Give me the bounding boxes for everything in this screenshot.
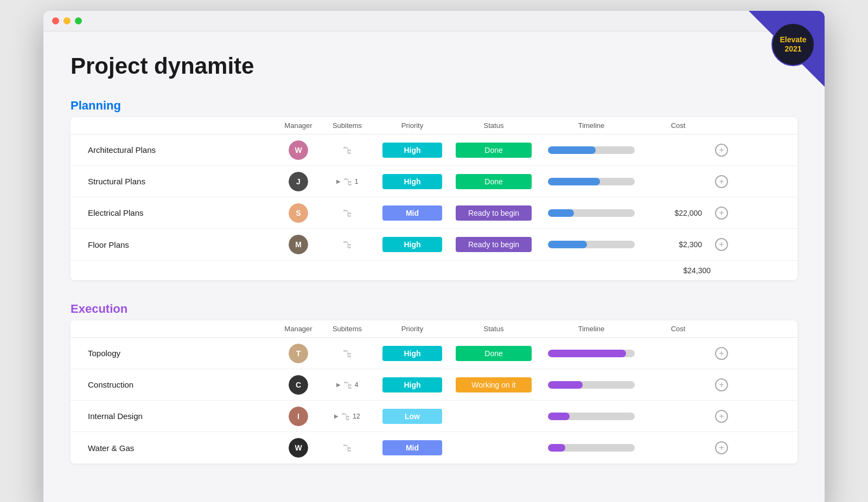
- timeline-fill: [548, 241, 587, 248]
- app-window: Elevate 2021 Project dynamite Planning M…: [43, 11, 825, 502]
- status-badge[interactable]: Ready to begin: [456, 237, 532, 252]
- add-button[interactable]: +: [715, 238, 728, 251]
- timeline-fill: [548, 146, 596, 154]
- timeline-cell: [537, 178, 646, 185]
- col-priority: Priority: [374, 121, 450, 130]
- avatar: T: [289, 344, 308, 363]
- plus-cell: +: [711, 347, 732, 360]
- row-name-text: Construction: [88, 380, 133, 389]
- status-cell: Done: [450, 143, 537, 158]
- svg-text:S: S: [296, 209, 301, 217]
- maximize-button[interactable]: [75, 17, 82, 24]
- timeline-fill: [548, 350, 626, 357]
- svg-rect-17: [343, 241, 347, 243]
- subitems-cell: ▶ 12: [320, 411, 374, 421]
- table-row: Floor Plans M High Ready to begin $2,300: [71, 229, 797, 260]
- col-priority: Priority: [374, 325, 450, 333]
- add-button[interactable]: +: [715, 410, 728, 423]
- priority-badge[interactable]: High: [382, 377, 442, 392]
- row-name: Architectural Plans: [71, 145, 277, 155]
- add-button[interactable]: +: [715, 175, 728, 188]
- status-badge[interactable]: Ready to begin: [456, 205, 532, 221]
- avatar: W: [289, 140, 308, 160]
- status-badge[interactable]: Done: [456, 174, 532, 189]
- svg-rect-14: [348, 215, 351, 217]
- svg-rect-4: [348, 152, 351, 154]
- svg-rect-24: [348, 356, 351, 357]
- table-row: Electrical Plans S Mid Ready to begin $2…: [71, 197, 797, 229]
- add-button[interactable]: +: [715, 441, 728, 454]
- svg-rect-37: [343, 445, 347, 446]
- svg-rect-33: [346, 416, 349, 417]
- row-name: Electrical Plans: [71, 208, 277, 217]
- timeline-fill: [548, 444, 565, 452]
- row-name-text: Structural Plans: [88, 177, 145, 186]
- status-cell: Done: [450, 346, 537, 361]
- col-manager: Manager: [277, 325, 320, 333]
- priority-badge[interactable]: High: [382, 237, 442, 252]
- timeline-fill: [548, 381, 583, 389]
- col-manager: Manager: [277, 121, 320, 130]
- svg-text:C: C: [296, 381, 301, 389]
- planning-rows: Architectural Plans W High Done: [71, 134, 797, 260]
- col-add: [711, 121, 732, 130]
- svg-rect-3: [348, 150, 351, 151]
- svg-rect-22: [343, 350, 347, 352]
- col-name: [71, 121, 277, 130]
- svg-rect-28: [348, 384, 352, 386]
- priority-badge[interactable]: High: [382, 346, 442, 361]
- priority-badge[interactable]: High: [382, 174, 442, 189]
- row-name: Construction: [71, 380, 277, 389]
- plus-cell: +: [711, 238, 732, 251]
- timeline-bar: [548, 444, 635, 452]
- add-button[interactable]: +: [715, 207, 728, 220]
- table-row: Construction C ▶ 4 High Working on it: [71, 369, 797, 401]
- svg-rect-32: [342, 413, 345, 415]
- add-button[interactable]: +: [715, 378, 728, 391]
- planning-title: Planning: [71, 99, 121, 113]
- status-badge[interactable]: Working on it: [456, 377, 532, 392]
- status-badge[interactable]: Done: [456, 143, 532, 158]
- subitems-count: 1: [355, 178, 359, 185]
- add-button[interactable]: +: [715, 144, 728, 157]
- planning-table: Manager Subitems Priority Status Timelin…: [71, 117, 797, 280]
- col-status: Status: [450, 121, 537, 130]
- close-button[interactable]: [52, 17, 59, 24]
- priority-badge[interactable]: High: [382, 143, 442, 158]
- svg-rect-9: [348, 184, 352, 185]
- col-cost: Cost: [646, 325, 711, 333]
- svg-text:T: T: [296, 349, 301, 358]
- row-name-text: Internal Design: [88, 411, 143, 421]
- expand-arrow[interactable]: ▶: [336, 382, 341, 388]
- priority-badge[interactable]: Mid: [382, 440, 442, 455]
- svg-rect-2: [343, 147, 347, 149]
- priority-badge[interactable]: Mid: [382, 205, 442, 221]
- timeline-fill: [548, 178, 600, 185]
- timeline-fill: [548, 413, 570, 420]
- avatar: C: [289, 375, 308, 395]
- status-cell: Ready to begin: [450, 237, 537, 252]
- expand-arrow[interactable]: ▶: [336, 178, 341, 184]
- add-button[interactable]: +: [715, 347, 728, 360]
- planning-col-headers: Manager Subitems Priority Status Timelin…: [71, 117, 797, 134]
- svg-text:J: J: [296, 177, 301, 186]
- timeline-bar: [548, 209, 635, 217]
- plus-cell: +: [711, 378, 732, 391]
- svg-rect-18: [348, 244, 351, 246]
- status-cell: Working on it: [450, 377, 537, 392]
- status-badge[interactable]: Done: [456, 346, 532, 361]
- plus-cell: +: [711, 441, 732, 454]
- col-subitems: Subitems: [320, 325, 374, 333]
- svg-text:I: I: [297, 412, 299, 421]
- col-status: Status: [450, 325, 537, 333]
- execution-table: Manager Subitems Priority Status Timelin…: [71, 320, 797, 464]
- priority-badge[interactable]: Low: [382, 409, 442, 424]
- row-name-text: Floor Plans: [88, 240, 129, 249]
- minimize-button[interactable]: [63, 17, 71, 24]
- svg-rect-34: [346, 419, 349, 420]
- row-name-text: Water & Gas: [88, 443, 134, 453]
- expand-arrow[interactable]: ▶: [334, 413, 339, 419]
- subitems-cell: [320, 145, 374, 155]
- timeline-cell: [537, 209, 646, 217]
- timeline-cell: [537, 444, 646, 452]
